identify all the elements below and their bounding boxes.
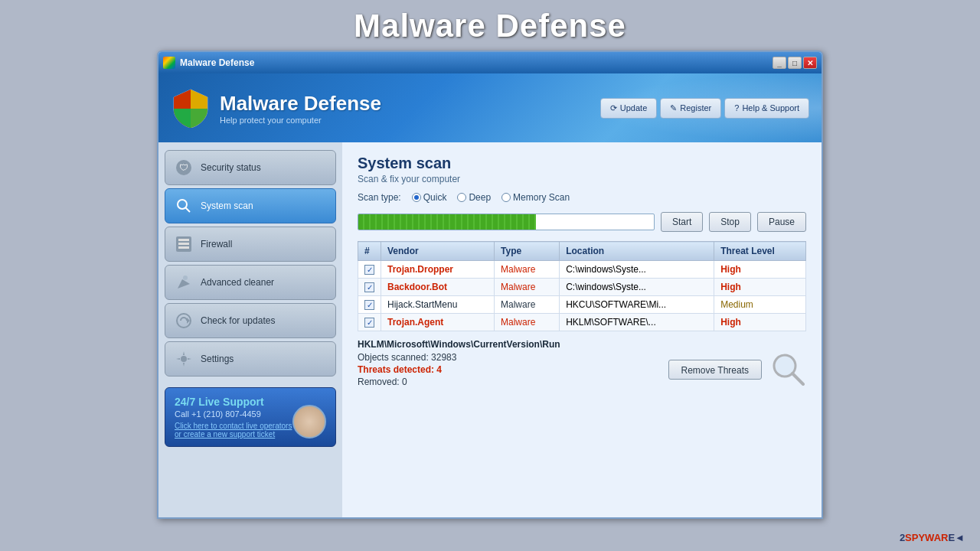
live-support-content: 24/7 Live Support Call +1 (210) 807-4459… (175, 396, 326, 439)
header-left: Malware Defense Help protect your comput… (171, 88, 381, 128)
row-checkbox[interactable]: ✓ (358, 296, 381, 314)
sidebar-item-security[interactable]: 🛡 Security status (165, 150, 336, 185)
scan-sidebar-icon (175, 197, 193, 215)
sidebar-item-scan[interactable]: System scan (165, 188, 336, 223)
live-support-link2[interactable]: or create a new support ticket (175, 430, 292, 439)
cleaner-sidebar-icon (175, 273, 193, 292)
help-support-button[interactable]: ? Help & Support (724, 98, 809, 119)
memory-scan-option[interactable]: Memory Scan (501, 192, 570, 203)
settings-label: Settings (201, 354, 234, 364)
cell-vendor: Trojan.Agent (381, 314, 495, 331)
header-nav: ⟳ Update ✎ Register ? Help & Support (600, 98, 809, 119)
memory-label: Memory Scan (513, 192, 570, 203)
col-vendor: Vendor (381, 242, 495, 261)
shield-sidebar-icon: 🛡 (175, 158, 193, 177)
remove-threats-button[interactable]: Remove Threats (668, 360, 762, 380)
memory-radio[interactable] (501, 193, 511, 202)
svg-line-3 (185, 207, 190, 212)
footer-path: HKLM\Microsoft\Windows\CurrentVersion\Ru… (358, 339, 806, 350)
advanced-cleaner-label: Advanced cleaner (201, 277, 274, 288)
deep-scan-option[interactable]: Deep (457, 192, 491, 203)
row-checkbox[interactable]: ✓ (358, 279, 381, 296)
objects-scanned: Objects scanned: 32983 (358, 352, 456, 363)
register-button[interactable]: ✎ Register (660, 98, 721, 119)
col-num: # (358, 242, 381, 261)
deep-radio[interactable] (457, 193, 466, 202)
pause-button[interactable]: Pause (757, 212, 806, 232)
updates-sidebar-icon (175, 311, 193, 330)
sidebar: 🛡 Security status System scan (158, 142, 342, 517)
row-checkbox[interactable]: ✓ (358, 261, 381, 279)
svg-point-11 (181, 356, 187, 362)
cell-vendor: Trojan.Dropper (381, 261, 495, 279)
svg-rect-7 (178, 246, 189, 249)
sidebar-item-firewall[interactable]: Firewall (165, 227, 336, 262)
svg-line-13 (792, 373, 803, 384)
footer-actions: Remove Threats (668, 352, 806, 387)
scan-type-row: Scan type: Quick Deep Memory Scan (358, 192, 806, 203)
svg-text:🛡: 🛡 (179, 162, 188, 173)
cell-type: Malware (495, 314, 560, 331)
maximize-button[interactable]: □ (788, 57, 802, 69)
update-button[interactable]: ⟳ Update (600, 98, 657, 119)
quick-radio[interactable] (412, 193, 421, 202)
live-support-link1[interactable]: Click here to contact live operators (175, 422, 292, 430)
live-support-panel[interactable]: 24/7 Live Support Call +1 (210) 807-4459… (165, 387, 336, 447)
cell-type: Malware (495, 296, 560, 314)
check-updates-label: Check for updates (201, 315, 275, 326)
sidebar-item-cleaner[interactable]: Advanced cleaner (165, 265, 336, 300)
stop-button[interactable]: Stop (709, 212, 751, 232)
col-type: Type (495, 242, 560, 261)
watermark: 2SPYWARE◄ (900, 532, 965, 543)
checkbox-icon[interactable]: ✓ (364, 300, 374, 310)
table-row: ✓Backdoor.BotMalwareC:\windows\Syste...H… (358, 279, 806, 296)
firewall-sidebar-icon (175, 235, 193, 253)
content-title: System scan (358, 155, 806, 172)
window-title: Malware Defense (180, 57, 254, 68)
row-checkbox[interactable]: ✓ (358, 314, 381, 331)
col-threat: Threat Level (714, 242, 806, 261)
cell-threat-level: Medium (714, 296, 806, 314)
checkbox-icon[interactable]: ✓ (364, 318, 374, 328)
quick-label: Quick (423, 192, 447, 203)
checkbox-icon[interactable]: ✓ (364, 265, 374, 275)
checkbox-icon[interactable]: ✓ (364, 282, 374, 292)
security-status-label: Security status (201, 162, 261, 173)
system-scan-label: System scan (201, 201, 253, 211)
live-support-title: 24/7 Live Support (175, 396, 292, 408)
sidebar-item-updates[interactable]: Check for updates (165, 303, 336, 338)
sidebar-item-settings[interactable]: Settings (165, 341, 336, 377)
help-icon: ? (734, 103, 739, 112)
start-button[interactable]: Start (661, 212, 703, 232)
firewall-label: Firewall (201, 239, 232, 249)
cell-vendor: Backdoor.Bot (381, 279, 495, 296)
register-icon: ✎ (670, 103, 677, 113)
content-subtitle: Scan & fix your computer (358, 174, 806, 184)
title-bar-left: Malware Defense (163, 57, 254, 69)
minimize-button[interactable]: _ (773, 57, 786, 69)
quick-scan-option[interactable]: Quick (412, 192, 447, 203)
progress-bar-fill (358, 214, 536, 230)
title-bar: Malware Defense _ □ ✕ (158, 52, 822, 73)
table-row: ✓Trojan.DropperMalwareC:\windows\Syste..… (358, 261, 806, 279)
cell-type: Malware (495, 261, 560, 279)
svg-point-8 (183, 276, 188, 280)
footer-stats: Objects scanned: 32983 Threats detected:… (358, 352, 456, 387)
close-button[interactable]: ✕ (803, 57, 817, 69)
update-icon: ⟳ (610, 103, 617, 113)
cell-vendor: Hijack.StartMenu (381, 296, 495, 314)
table-row: ✓Hijack.StartMenuMalwareHKCU\SOFTWARE\Mi… (358, 296, 806, 314)
shield-logo-icon (171, 88, 211, 128)
live-support-phone: Call +1 (210) 807-4459 (175, 409, 292, 419)
cell-threat-level: High (714, 261, 806, 279)
col-location: Location (560, 242, 714, 261)
cell-type: Malware (495, 279, 560, 296)
deep-label: Deep (469, 192, 491, 203)
app-tagline: Help protect your computer (220, 116, 381, 125)
scan-type-label: Scan type: (358, 192, 401, 203)
svg-rect-5 (178, 239, 189, 241)
cell-location: HKCU\SOFTWARE\Mi... (560, 296, 714, 314)
settings-sidebar-icon (175, 350, 193, 368)
footer-area: HKLM\Microsoft\Windows\CurrentVersion\Ru… (358, 339, 806, 387)
main-window: Malware Defense _ □ ✕ Malwar (157, 51, 823, 519)
